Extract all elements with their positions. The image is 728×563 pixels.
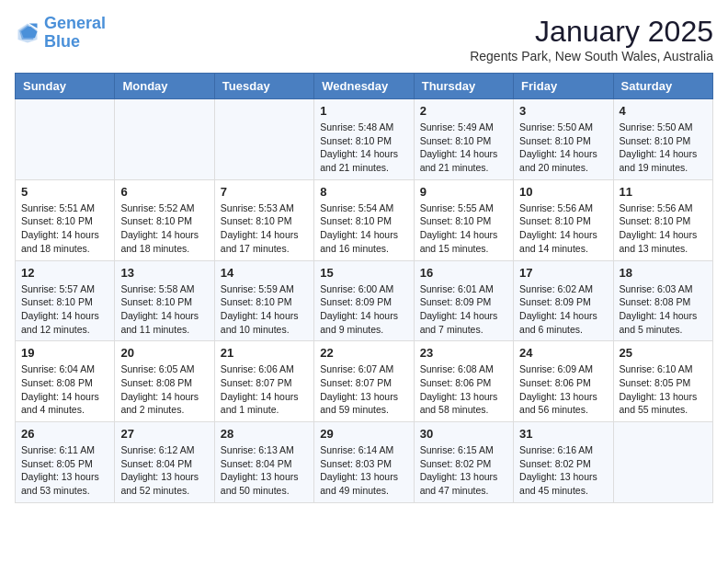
day-cell-4: 4Sunrise: 5:50 AMSunset: 8:10 PMDaylight… (613, 99, 712, 180)
day-number-5: 5 (21, 185, 108, 199)
day-number-3: 3 (519, 104, 607, 118)
day-content-5: Sunrise: 5:51 AMSunset: 8:10 PMDaylight:… (21, 201, 108, 256)
day-content-26: Sunrise: 6:11 AMSunset: 8:05 PMDaylight:… (21, 443, 108, 498)
day-cell-11: 11Sunrise: 5:56 AMSunset: 8:10 PMDayligh… (613, 179, 712, 260)
weekday-header-tuesday: Tuesday (214, 74, 313, 99)
day-number-23: 23 (420, 346, 507, 360)
day-content-29: Sunrise: 6:14 AMSunset: 8:03 PMDaylight:… (320, 443, 407, 498)
day-cell-19: 19Sunrise: 6:04 AMSunset: 8:08 PMDayligh… (16, 341, 115, 422)
week-row-4: 19Sunrise: 6:04 AMSunset: 8:08 PMDayligh… (16, 341, 713, 422)
day-cell-10: 10Sunrise: 5:56 AMSunset: 8:10 PMDayligh… (514, 179, 613, 260)
weekday-header-wednesday: Wednesday (314, 74, 414, 99)
day-cell-22: 22Sunrise: 6:07 AMSunset: 8:07 PMDayligh… (314, 341, 414, 422)
logo-general: General (44, 14, 106, 32)
day-content-16: Sunrise: 6:01 AMSunset: 8:09 PMDaylight:… (420, 282, 507, 337)
day-cell-13: 13Sunrise: 5:58 AMSunset: 8:10 PMDayligh… (115, 260, 214, 341)
day-content-9: Sunrise: 5:55 AMSunset: 8:10 PMDaylight:… (420, 201, 507, 256)
calendar-table: SundayMondayTuesdayWednesdayThursdayFrid… (15, 73, 713, 503)
weekday-header-sunday: Sunday (16, 74, 115, 99)
day-number-10: 10 (519, 185, 607, 199)
page-header: General Blue January 2025 Regents Park, … (15, 15, 713, 63)
day-content-23: Sunrise: 6:08 AMSunset: 8:06 PMDaylight:… (420, 362, 507, 417)
title-section: January 2025 Regents Park, New South Wal… (470, 15, 713, 63)
weekday-header-row: SundayMondayTuesdayWednesdayThursdayFrid… (16, 74, 713, 99)
day-content-15: Sunrise: 6:00 AMSunset: 8:09 PMDaylight:… (320, 282, 407, 337)
day-content-18: Sunrise: 6:03 AMSunset: 8:08 PMDaylight:… (620, 282, 707, 337)
empty-cell (115, 99, 214, 180)
day-number-14: 14 (221, 266, 308, 280)
day-number-18: 18 (620, 266, 707, 280)
day-cell-7: 7Sunrise: 5:53 AMSunset: 8:10 PMDaylight… (214, 179, 313, 260)
day-content-3: Sunrise: 5:50 AMSunset: 8:10 PMDaylight:… (519, 121, 607, 175)
day-content-21: Sunrise: 6:06 AMSunset: 8:07 PMDaylight:… (221, 362, 308, 417)
day-cell-21: 21Sunrise: 6:06 AMSunset: 8:07 PMDayligh… (214, 341, 313, 422)
day-cell-17: 17Sunrise: 6:02 AMSunset: 8:09 PMDayligh… (514, 260, 613, 341)
day-number-25: 25 (620, 346, 707, 360)
day-content-14: Sunrise: 5:59 AMSunset: 8:10 PMDaylight:… (221, 282, 308, 337)
logo-blue: Blue (44, 32, 80, 51)
day-number-29: 29 (320, 427, 407, 441)
day-cell-26: 26Sunrise: 6:11 AMSunset: 8:05 PMDayligh… (16, 422, 115, 503)
day-content-11: Sunrise: 5:56 AMSunset: 8:10 PMDaylight:… (620, 201, 707, 256)
day-number-16: 16 (420, 266, 507, 280)
day-cell-1: 1Sunrise: 5:48 AMSunset: 8:10 PMDaylight… (314, 99, 414, 180)
day-cell-28: 28Sunrise: 6:13 AMSunset: 8:04 PMDayligh… (214, 422, 313, 503)
day-number-21: 21 (221, 346, 308, 360)
day-content-2: Sunrise: 5:49 AMSunset: 8:10 PMDaylight:… (420, 121, 507, 175)
day-content-25: Sunrise: 6:10 AMSunset: 8:05 PMDaylight:… (620, 362, 707, 417)
day-number-22: 22 (320, 346, 407, 360)
day-number-20: 20 (120, 346, 208, 360)
day-number-27: 27 (120, 427, 208, 441)
logo-icon (15, 20, 40, 46)
day-cell-14: 14Sunrise: 5:59 AMSunset: 8:10 PMDayligh… (214, 260, 313, 341)
day-number-1: 1 (320, 104, 407, 118)
day-cell-25: 25Sunrise: 6:10 AMSunset: 8:05 PMDayligh… (613, 341, 712, 422)
day-number-28: 28 (221, 427, 308, 441)
day-content-19: Sunrise: 6:04 AMSunset: 8:08 PMDaylight:… (21, 362, 108, 417)
day-number-7: 7 (221, 185, 308, 199)
day-cell-9: 9Sunrise: 5:55 AMSunset: 8:10 PMDaylight… (414, 179, 513, 260)
day-number-24: 24 (519, 346, 607, 360)
day-cell-2: 2Sunrise: 5:49 AMSunset: 8:10 PMDaylight… (414, 99, 513, 180)
day-content-22: Sunrise: 6:07 AMSunset: 8:07 PMDaylight:… (320, 362, 407, 417)
day-content-27: Sunrise: 6:12 AMSunset: 8:04 PMDaylight:… (120, 443, 208, 498)
day-number-11: 11 (620, 185, 707, 199)
weekday-header-friday: Friday (514, 74, 613, 99)
empty-cell (613, 422, 712, 503)
calendar-subtitle: Regents Park, New South Wales, Australia (470, 49, 713, 63)
day-content-20: Sunrise: 6:05 AMSunset: 8:08 PMDaylight:… (120, 362, 208, 417)
day-cell-6: 6Sunrise: 5:52 AMSunset: 8:10 PMDaylight… (115, 179, 214, 260)
day-content-13: Sunrise: 5:58 AMSunset: 8:10 PMDaylight:… (120, 282, 208, 337)
day-cell-5: 5Sunrise: 5:51 AMSunset: 8:10 PMDaylight… (16, 179, 115, 260)
day-cell-8: 8Sunrise: 5:54 AMSunset: 8:10 PMDaylight… (314, 179, 414, 260)
day-number-4: 4 (620, 104, 707, 118)
day-number-2: 2 (420, 104, 507, 118)
day-cell-3: 3Sunrise: 5:50 AMSunset: 8:10 PMDaylight… (514, 99, 613, 180)
day-content-4: Sunrise: 5:50 AMSunset: 8:10 PMDaylight:… (620, 121, 707, 175)
day-content-12: Sunrise: 5:57 AMSunset: 8:10 PMDaylight:… (21, 282, 108, 337)
day-content-30: Sunrise: 6:15 AMSunset: 8:02 PMDaylight:… (420, 443, 507, 498)
day-number-17: 17 (519, 266, 607, 280)
calendar-title: January 2025 (470, 15, 713, 49)
day-cell-23: 23Sunrise: 6:08 AMSunset: 8:06 PMDayligh… (414, 341, 513, 422)
day-number-9: 9 (420, 185, 507, 199)
weekday-header-thursday: Thursday (414, 74, 513, 99)
day-content-17: Sunrise: 6:02 AMSunset: 8:09 PMDaylight:… (519, 282, 607, 337)
day-content-28: Sunrise: 6:13 AMSunset: 8:04 PMDaylight:… (221, 443, 308, 498)
day-number-15: 15 (320, 266, 407, 280)
day-cell-18: 18Sunrise: 6:03 AMSunset: 8:08 PMDayligh… (613, 260, 712, 341)
day-number-8: 8 (320, 185, 407, 199)
week-row-5: 26Sunrise: 6:11 AMSunset: 8:05 PMDayligh… (16, 422, 713, 503)
day-content-24: Sunrise: 6:09 AMSunset: 8:06 PMDaylight:… (519, 362, 607, 417)
day-cell-24: 24Sunrise: 6:09 AMSunset: 8:06 PMDayligh… (514, 341, 613, 422)
empty-cell (214, 99, 313, 180)
day-number-19: 19 (21, 346, 108, 360)
logo: General Blue (15, 15, 106, 52)
day-content-10: Sunrise: 5:56 AMSunset: 8:10 PMDaylight:… (519, 201, 607, 256)
day-cell-31: 31Sunrise: 6:16 AMSunset: 8:02 PMDayligh… (514, 422, 613, 503)
day-number-6: 6 (120, 185, 208, 199)
weekday-header-monday: Monday (115, 74, 214, 99)
day-content-8: Sunrise: 5:54 AMSunset: 8:10 PMDaylight:… (320, 201, 407, 256)
day-number-31: 31 (519, 427, 607, 441)
day-content-6: Sunrise: 5:52 AMSunset: 8:10 PMDaylight:… (120, 201, 208, 256)
